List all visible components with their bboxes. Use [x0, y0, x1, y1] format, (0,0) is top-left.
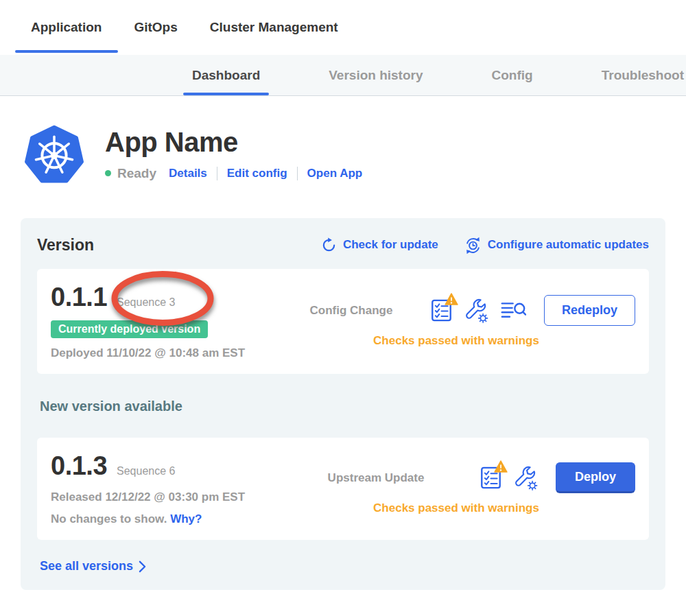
details-link[interactable]: Details — [169, 167, 207, 180]
app-header: App Name Ready Details Edit config Open … — [24, 121, 686, 187]
checks-status-text: Checks passed with warnings — [277, 334, 635, 348]
available-version-row: 0.1.3 Sequence 6 Released 12/12/22 @ 03:… — [37, 438, 649, 540]
edit-config-icon[interactable] — [464, 298, 488, 323]
preflight-checks-icon[interactable] — [431, 298, 452, 322]
available-version-sequence: Sequence 6 — [117, 465, 175, 477]
see-all-versions-link[interactable]: See all versions — [40, 559, 146, 573]
released-timestamp: Released 12/12/22 @ 03:30 pm EST — [51, 490, 277, 504]
divider — [297, 167, 298, 180]
status-label: Ready — [117, 166, 156, 181]
status-dot-icon — [105, 170, 111, 176]
sub-nav: Dashboard Version history Config Trouble… — [0, 55, 686, 96]
no-changes-text: No changes to show. — [51, 512, 167, 525]
currently-deployed-badge: Currently deployed version — [51, 320, 208, 338]
current-version-number: 0.1.1 — [51, 283, 107, 312]
edit-config-icon[interactable] — [514, 465, 538, 490]
top-nav: Application GitOps Cluster Management — [0, 0, 686, 55]
current-version-sequence: Sequence 3 — [117, 296, 175, 309]
refresh-icon — [321, 237, 337, 253]
chevron-right-icon — [139, 560, 146, 573]
divider — [217, 167, 217, 180]
see-all-versions-label: See all versions — [40, 559, 133, 573]
kubernetes-logo-icon — [24, 121, 84, 187]
deployed-timestamp: Deployed 11/10/22 @ 10:48 am EST — [51, 346, 277, 360]
page-title: App Name — [105, 127, 362, 158]
check-for-update-link[interactable]: Check for update — [321, 237, 438, 253]
deploy-button[interactable]: Deploy — [556, 462, 635, 493]
tab-cluster-management[interactable]: Cluster Management — [210, 0, 338, 55]
configure-automatic-updates-label: Configure automatic updates — [488, 238, 649, 252]
tab-config[interactable]: Config — [492, 55, 533, 95]
current-version-row: 0.1.1 Sequence 3 Currently deployed vers… — [37, 269, 649, 374]
edit-config-link[interactable]: Edit config — [227, 167, 287, 180]
redeploy-button[interactable]: Redeploy — [544, 295, 635, 326]
tab-application[interactable]: Application — [31, 0, 102, 55]
new-version-heading: New version available — [40, 399, 649, 414]
checks-status-text: Checks passed with warnings — [277, 501, 635, 515]
open-app-link[interactable]: Open App — [307, 167, 363, 180]
tab-troubleshoot[interactable]: Troubleshoot — [602, 55, 684, 95]
view-diff-icon[interactable] — [501, 300, 526, 321]
preflight-checks-icon[interactable] — [480, 466, 501, 490]
warning-triangle-icon — [445, 293, 458, 308]
clock-refresh-icon — [464, 237, 482, 254]
version-card: Version Check for update — [21, 218, 665, 590]
version-source-label: Upstream Update — [277, 471, 475, 485]
version-source-label: Config Change — [277, 304, 425, 318]
why-link[interactable]: Why? — [170, 512, 202, 525]
available-version-number: 0.1.3 — [51, 451, 107, 481]
check-for-update-label: Check for update — [343, 238, 438, 252]
configure-automatic-updates-link[interactable]: Configure automatic updates — [464, 237, 649, 254]
tab-gitops[interactable]: GitOps — [134, 0, 177, 55]
warning-triangle-icon — [494, 460, 508, 475]
tab-version-history[interactable]: Version history — [329, 55, 423, 95]
version-card-title: Version — [37, 236, 94, 254]
tab-dashboard[interactable]: Dashboard — [192, 55, 260, 95]
